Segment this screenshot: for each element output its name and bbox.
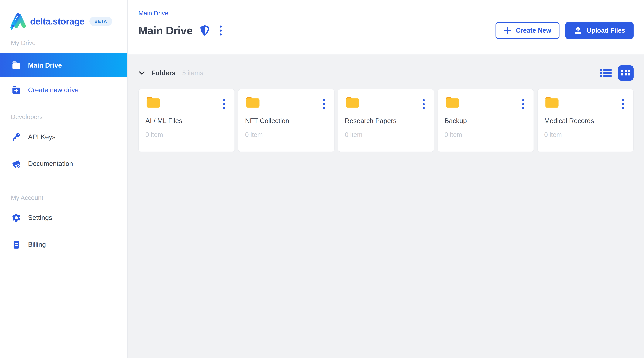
folder-card-backup[interactable]: Backup 0 item [438,89,534,152]
folder-cards-row: AI / ML Files 0 item NFT Collection 0 it… [138,89,634,152]
sidebar-item-label: Create new drive [28,86,78,94]
folder-options-kebab-icon[interactable] [620,97,626,112]
receipt-icon [11,239,22,250]
folder-icon [444,96,460,109]
folder-name: AI / ML Files [145,117,228,125]
sidebar-item-create-new-drive[interactable]: Create new drive [0,80,127,100]
upload-files-button[interactable]: Upload Files [565,22,634,39]
main-header: Main Drive Main Drive Create [128,0,644,55]
sidebar-item-settings[interactable]: Settings [0,207,127,228]
sidebar-item-label: API Keys [28,133,56,141]
section-label-my-drive: My Drive [0,39,127,47]
breadcrumb[interactable]: Main Drive [138,10,168,17]
folder-icon [145,96,161,109]
folder-options-kebab-icon[interactable] [420,97,427,112]
beta-badge: BETA [90,17,112,26]
delta-storage-logo-icon [9,13,26,30]
brand-name: delta.storage [30,16,84,27]
sidebar-item-main-drive[interactable]: Main Drive [0,53,127,78]
view-toggles [599,65,634,81]
folder-options-kebab-icon[interactable] [320,97,328,112]
section-label-my-account: My Account [0,194,127,201]
key-icon [11,131,22,142]
sidebar-item-billing[interactable]: Billing [0,234,127,255]
list-view-icon [600,68,612,78]
upload-icon [574,26,582,35]
sidebar-item-label: Documentation [28,160,73,168]
folder-icon [245,96,260,109]
folders-header: Folders 5 items [138,65,634,81]
folder-plus-icon [11,85,22,96]
folders-count: 5 items [182,69,203,77]
grid-view-icon [621,70,630,76]
drive-content: Folders 5 items [128,55,644,358]
folder-icon [11,60,22,71]
folder-item-count: 0 item [145,131,228,138]
chevron-down-icon [138,70,146,77]
app-window: delta.storage BETA My Drive Main Drive [0,0,644,358]
shield-icon [199,25,210,37]
folder-icon [345,96,360,109]
folder-card-ai-ml-files[interactable]: AI / ML Files 0 item [138,89,235,152]
gear-icon [11,212,22,223]
sidebar: delta.storage BETA My Drive Main Drive [0,0,128,358]
folder-card-medical-records[interactable]: Medical Records 0 item [537,89,634,152]
folder-item-count: 0 item [245,131,328,138]
folder-item-count: 0 item [444,131,527,138]
sidebar-item-documentation[interactable]: Documentation [0,153,127,174]
folders-collapse-toggle[interactable]: Folders 5 items [138,69,203,77]
plus-icon [504,27,512,35]
folder-card-research-papers[interactable]: Research Papers 0 item [338,89,434,152]
book-icon [11,158,22,169]
folder-options-kebab-icon[interactable] [221,97,228,112]
folder-options-kebab-icon[interactable] [520,97,527,112]
folder-name: NFT Collection [245,117,328,125]
folder-card-nft-collection[interactable]: NFT Collection 0 item [238,89,334,152]
folders-section-title: Folders [151,69,176,77]
list-view-button[interactable] [599,66,613,80]
brand-logo[interactable]: delta.storage BETA [0,0,127,30]
folder-name: Medical Records [544,117,626,125]
folder-name: Backup [444,117,527,125]
create-new-button[interactable]: Create New [496,22,560,39]
section-label-developers: Developers [0,113,127,121]
sidebar-item-label: Billing [28,241,46,248]
sidebar-spacer [0,261,127,358]
folder-item-count: 0 item [345,131,427,138]
sidebar-item-label: Main Drive [28,62,62,69]
folder-icon [544,96,560,109]
drive-options-kebab-icon[interactable] [217,23,224,38]
grid-view-button[interactable] [618,65,634,81]
sidebar-item-api-keys[interactable]: API Keys [0,127,127,147]
sidebar-item-label: Settings [28,214,52,221]
page-title: Main Drive [138,24,192,37]
main-panel: Main Drive Main Drive Create [128,0,644,358]
folder-name: Research Papers [345,117,427,125]
folder-item-count: 0 item [544,131,626,138]
